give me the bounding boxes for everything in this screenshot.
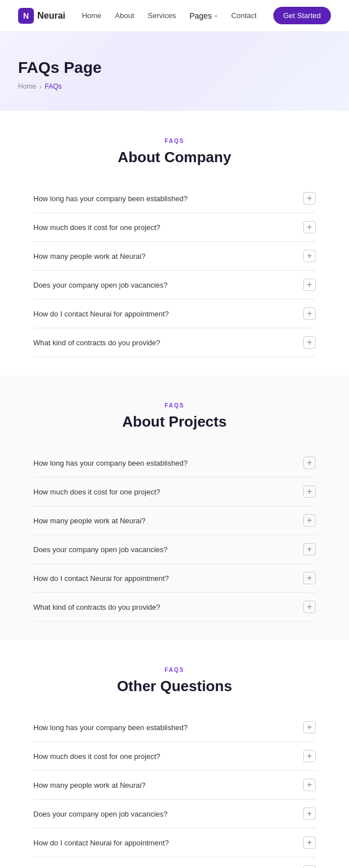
- faq-list-1: How long has your company been establish…: [33, 184, 316, 357]
- faq-expand-icon: +: [303, 192, 316, 205]
- faq-item[interactable]: What kind of contracts do you provide? +: [33, 857, 316, 868]
- get-started-button[interactable]: Get Started: [273, 7, 331, 24]
- faq-expand-icon: +: [303, 779, 316, 791]
- faq-item[interactable]: How much does it cost for one project? +: [33, 478, 316, 506]
- faq-expand-icon: +: [303, 485, 316, 498]
- faq-expand-icon: +: [303, 721, 316, 734]
- nav-about[interactable]: About: [115, 11, 134, 20]
- faq-item[interactable]: How many people work at Neurai? +: [33, 242, 316, 271]
- faq-expand-icon: +: [303, 572, 316, 584]
- nav-contact[interactable]: Contact: [232, 11, 257, 20]
- faq-item[interactable]: How do I contact Neurai for appointment?…: [33, 564, 316, 593]
- faq-expand-icon: +: [303, 457, 316, 469]
- faq-item[interactable]: How long has your company been establish…: [33, 184, 316, 213]
- faq-section-other-questions: FAQS Other Questions How long has your c…: [0, 640, 349, 868]
- section-title-3: Other Questions: [18, 678, 331, 695]
- faq-expand-icon: +: [303, 279, 316, 291]
- faq-item[interactable]: How long has your company been establish…: [33, 713, 316, 742]
- nav-services[interactable]: Services: [148, 11, 176, 20]
- faq-item[interactable]: What kind of contracts do you provide? +: [33, 328, 316, 357]
- section-title-2: About Projects: [18, 413, 331, 431]
- faq-item[interactable]: Does your company open job vacancies? +: [33, 535, 316, 564]
- faq-expand-icon: +: [303, 221, 316, 233]
- breadcrumb-current: FAQs: [45, 83, 62, 90]
- section-title-1: About Company: [18, 149, 331, 166]
- section-tag-2: FAQS: [18, 402, 331, 409]
- faq-expand-icon: +: [303, 543, 316, 555]
- logo-letter: N: [23, 11, 29, 20]
- faq-expand-icon: +: [303, 514, 316, 527]
- faq-expand-icon: +: [303, 836, 316, 849]
- faq-item[interactable]: How long has your company been establish…: [33, 449, 316, 478]
- nav-pages[interactable]: Pages +: [189, 11, 217, 20]
- faq-item[interactable]: How much does it cost for one project? +: [33, 742, 316, 771]
- nav-links: Home About Services Pages + Contact: [82, 11, 256, 20]
- hero-section: FAQs Page Home › FAQs: [0, 32, 349, 111]
- breadcrumb-separator: ›: [40, 84, 41, 90]
- faq-item[interactable]: How much does it cost for one project? +: [33, 213, 316, 242]
- navbar: N Neurai Home About Services Pages + Con…: [0, 0, 349, 32]
- faq-section-about-projects: FAQS About Projects How long has your co…: [0, 375, 349, 640]
- nav-home[interactable]: Home: [82, 11, 102, 20]
- faq-item[interactable]: How many people work at Neurai? +: [33, 506, 316, 535]
- breadcrumb-home[interactable]: Home: [18, 83, 36, 90]
- logo-icon: N: [18, 8, 34, 24]
- faq-expand-icon: +: [303, 307, 316, 320]
- faq-item[interactable]: How many people work at Neurai? +: [33, 771, 316, 800]
- faq-section-about-company: FAQS About Company How long has your com…: [0, 111, 349, 375]
- faq-list-3: How long has your company been establish…: [33, 713, 316, 868]
- faq-expand-icon: +: [303, 250, 316, 262]
- faq-expand-icon: +: [303, 336, 316, 349]
- faq-item[interactable]: Does your company open job vacancies? +: [33, 800, 316, 828]
- faq-item[interactable]: Does your company open job vacancies? +: [33, 271, 316, 300]
- faq-expand-icon: +: [303, 750, 316, 762]
- faq-expand-icon: +: [303, 865, 316, 868]
- faq-expand-icon: +: [303, 601, 316, 613]
- faq-list-2: How long has your company been establish…: [33, 449, 316, 622]
- logo[interactable]: N Neurai: [18, 8, 66, 24]
- faq-item[interactable]: What kind of contracts do you provide? +: [33, 593, 316, 622]
- breadcrumb: Home › FAQs: [18, 83, 331, 90]
- section-tag-1: FAQS: [18, 138, 331, 144]
- faq-item[interactable]: How do I contact Neurai for appointment?…: [33, 828, 316, 857]
- nav-pages-plus-icon: +: [214, 12, 217, 19]
- faq-expand-icon: +: [303, 808, 316, 820]
- page-title: FAQs Page: [18, 59, 331, 77]
- section-tag-3: FAQS: [18, 667, 331, 673]
- faq-item[interactable]: How do I contact Neurai for appointment?…: [33, 300, 316, 328]
- brand-name: Neurai: [37, 11, 66, 21]
